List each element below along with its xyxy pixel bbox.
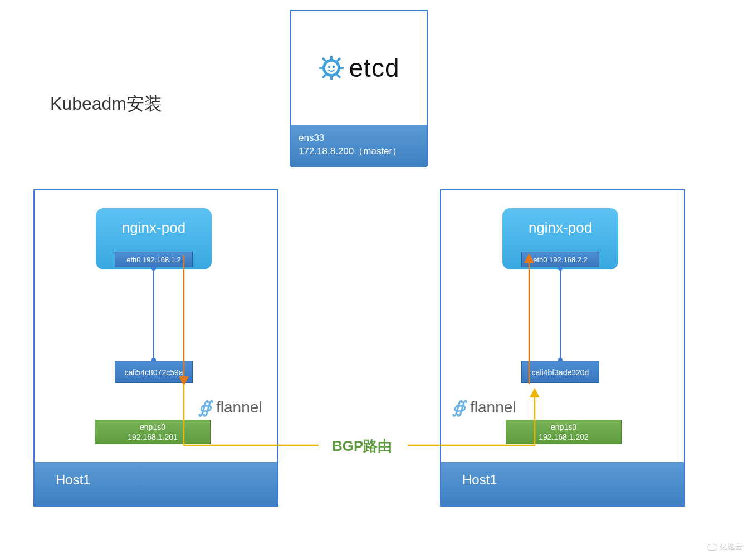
watermark-icon	[707, 544, 717, 551]
nginx-pod-2: nginx-pod eth0 192.168.2.2	[502, 208, 618, 269]
watermark-text: 亿速云	[720, 542, 743, 552]
master-iface: ens33	[299, 131, 419, 145]
enp-ip-1: 192.168.1.201	[95, 433, 210, 443]
veth-link-1	[153, 268, 154, 360]
svg-rect-2	[330, 76, 333, 80]
master-node-box: etcd ens33 172.18.8.200（master）	[290, 10, 428, 166]
enp-iface-2: enp1s0	[506, 423, 621, 433]
svg-rect-3	[319, 67, 324, 69]
flannel-text: flannel	[470, 399, 516, 416]
flannel-label-2: ∯ flannel	[452, 397, 516, 417]
svg-rect-1	[330, 56, 333, 60]
bgp-label: BGP路由	[332, 436, 392, 456]
flannel-label-1: ∯ flannel	[198, 397, 262, 417]
host-footer-1: Host1	[35, 462, 277, 505]
etcd-logo: etcd	[291, 11, 427, 125]
enp-box-2: enp1s0 192.168.1.202	[506, 420, 622, 444]
nginx-pod-1: nginx-pod eth0 192.168.1.2	[96, 208, 212, 269]
cali-box-2: cali4bf3ade320d	[521, 361, 599, 383]
svg-point-11	[332, 66, 334, 68]
host-footer-2: Host1	[441, 462, 684, 505]
flannel-icon: ∯	[198, 397, 212, 417]
svg-point-10	[327, 66, 330, 68]
host-1-box: nginx-pod eth0 192.168.1.2 cali54c8072c5…	[33, 189, 278, 507]
master-ip: 172.18.8.200（master）	[299, 145, 419, 158]
enp-ip-2: 192.168.1.202	[506, 433, 621, 443]
svg-rect-4	[339, 67, 344, 69]
eth-box-2: eth0 192.168.2.2	[521, 252, 599, 267]
pod-name-2: nginx-pod	[502, 219, 618, 237]
veth-link-2	[560, 268, 561, 360]
watermark: 亿速云	[707, 542, 743, 552]
cali-box-1: cali54c8072c59a	[115, 361, 193, 383]
enp-iface-1: enp1s0	[95, 423, 210, 433]
page-title: Kubeadm安装	[50, 92, 162, 116]
svg-point-9	[325, 62, 338, 74]
eth-box-1: eth0 192.168.1.2	[115, 252, 193, 267]
pod-name-1: nginx-pod	[96, 219, 212, 237]
flannel-text: flannel	[216, 399, 262, 416]
master-footer: ens33 172.18.8.200（master）	[291, 125, 427, 167]
flannel-icon: ∯	[452, 397, 466, 417]
host-2-box: nginx-pod eth0 192.168.2.2 cali4bf3ade32…	[440, 189, 685, 507]
enp-box-1: enp1s0 192.168.1.201	[95, 420, 211, 444]
etcd-gear-icon	[318, 55, 345, 81]
etcd-text: etcd	[349, 53, 400, 83]
